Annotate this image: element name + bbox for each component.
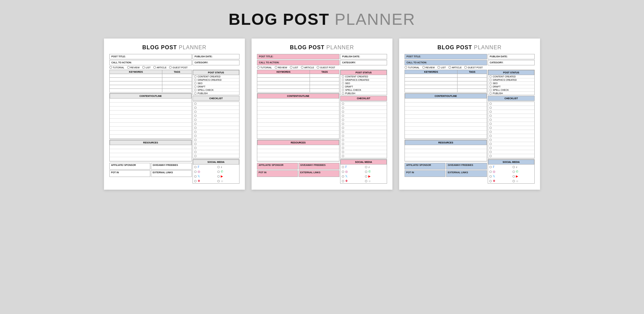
checklist-checkbox[interactable] [194,139,197,141]
status-checkbox[interactable] [194,82,197,84]
social-twitter[interactable]: 𝕏 [193,174,216,179]
checklist-checkbox[interactable] [342,143,344,145]
checklist-checkbox[interactable] [194,151,197,153]
social-instagram[interactable]: ◎ [340,169,364,174]
social-whatsapp[interactable]: ✆ [364,169,387,174]
bottom-field-2[interactable]: POT IN [109,170,150,177]
social-facebook[interactable]: 𝔽 [193,165,216,169]
checklist-checkbox[interactable] [194,119,197,121]
type-list[interactable]: LIST [142,66,151,69]
category-field[interactable]: CATEGORY: [488,60,535,65]
checklist-checkbox[interactable] [342,147,344,149]
social-yt-check[interactable] [217,175,220,178]
checklist-checkbox[interactable] [194,115,197,117]
checklist-checkbox[interactable] [194,127,197,129]
status-checkbox[interactable] [342,75,344,78]
post-title-field[interactable]: POST TITLE: [109,54,192,59]
bottom-field-0[interactable]: AFFILIATE/ SPONSOR [257,163,298,170]
checklist-checkbox[interactable] [342,131,344,133]
publish-date-field[interactable]: PUBLISH DATE: [340,54,387,59]
social-twitter[interactable]: 𝕏 [488,174,511,179]
status-checkbox[interactable] [489,75,492,78]
type-guest-post[interactable]: GUEST POST [169,66,187,69]
checklist-checkbox[interactable] [342,127,344,129]
checklist-checkbox[interactable] [489,111,492,113]
checklist-checkbox[interactable] [342,107,344,109]
checklist-checkbox[interactable] [194,143,197,145]
social-yt-check[interactable] [365,175,367,178]
social-whatsapp[interactable]: ✆ [511,169,534,174]
social-tiktok[interactable]: ♪ [511,165,534,169]
type-list[interactable]: LIST [437,66,446,69]
social-snap-check[interactable] [513,180,515,182]
type-list[interactable]: LIST [290,66,298,69]
checklist-checkbox[interactable] [489,103,492,105]
social-pin-check[interactable] [194,180,197,182]
checklist-checkbox[interactable] [489,119,492,121]
status-checkbox[interactable] [194,85,197,88]
social-tw-check[interactable] [489,175,492,178]
checklist-checkbox[interactable] [489,115,492,117]
checklist-checkbox[interactable] [342,135,344,137]
social-wa-check[interactable] [217,171,220,173]
status-checkbox[interactable] [194,79,197,81]
social-tw-check[interactable] [342,175,344,178]
type-tutorial[interactable]: TUTORIAL [257,66,272,69]
bottom-field-3[interactable]: EXTERNAL LINKS [446,170,487,177]
bottom-field-2[interactable]: POT IN [405,170,445,177]
social-ig-check[interactable] [342,171,344,173]
checklist-checkbox[interactable] [342,139,344,141]
checklist-checkbox[interactable] [489,155,492,157]
social-snapchat[interactable]: ☺ [216,179,239,183]
social-twitter[interactable]: 𝕏 [340,174,364,179]
social-pinterest[interactable]: ❖ [488,179,511,183]
type-guest-post[interactable]: GUEST POST [464,66,483,69]
category-field[interactable]: CATEGORY: [193,60,239,65]
post-title-field[interactable]: POST TITLE: [405,54,487,59]
checklist-checkbox[interactable] [194,103,197,105]
status-checkbox[interactable] [342,92,344,95]
social-fb-check[interactable] [194,166,197,168]
social-pinterest[interactable]: ❖ [193,179,216,183]
checklist-checkbox[interactable] [194,107,197,109]
status-checkbox[interactable] [342,79,344,81]
type-review[interactable]: REVIEW [127,66,140,69]
checklist-checkbox[interactable] [194,147,197,149]
publish-date-field[interactable]: PUBLISH DATE: [193,54,239,59]
checklist-checkbox[interactable] [342,111,344,113]
bottom-field-2[interactable]: POT IN [257,170,298,177]
status-checkbox[interactable] [489,89,492,91]
social-youtube[interactable]: ▶ [364,174,387,179]
publish-date-field[interactable]: PUBLISH DATE: [488,54,535,59]
type-tutorial[interactable]: TUTORIAL [405,66,420,69]
bottom-field-1[interactable]: GIVEAWAY/ FREEBIES [299,163,339,170]
status-checkbox[interactable] [489,85,492,88]
social-snap-check[interactable] [365,180,367,182]
checklist-checkbox[interactable] [489,135,492,137]
post-title-field[interactable]: POST TITLE: [257,54,339,59]
status-checkbox[interactable] [194,89,197,91]
type-article[interactable]: ARTICLE [301,66,314,69]
checklist-checkbox[interactable] [194,111,197,113]
social-tiktok-check[interactable] [513,166,515,168]
checklist-checkbox[interactable] [489,151,492,153]
social-tiktok[interactable]: ♪ [216,165,239,169]
social-instagram[interactable]: ◎ [488,169,511,174]
call-to-action-field[interactable]: CALL TO ACTION: [405,60,487,65]
status-checkbox[interactable] [342,85,344,88]
social-youtube[interactable]: ▶ [216,174,239,179]
checklist-checkbox[interactable] [194,135,197,137]
checklist-checkbox[interactable] [489,107,492,109]
social-tiktok-check[interactable] [217,166,220,168]
checklist-checkbox[interactable] [194,131,197,133]
social-tiktok-check[interactable] [365,166,367,168]
social-facebook[interactable]: 𝔽 [340,165,364,169]
call-to-action-field[interactable]: CALL TO ACTION: [109,60,192,65]
social-ig-check[interactable] [489,171,492,173]
checklist-checkbox[interactable] [194,155,197,157]
social-pinterest[interactable]: ❖ [340,179,364,183]
checklist-checkbox[interactable] [342,155,344,157]
social-wa-check[interactable] [513,171,515,173]
type-review[interactable]: REVIEW [422,66,435,69]
bottom-field-0[interactable]: AFFILIATE/ SPONSOR [405,163,445,170]
